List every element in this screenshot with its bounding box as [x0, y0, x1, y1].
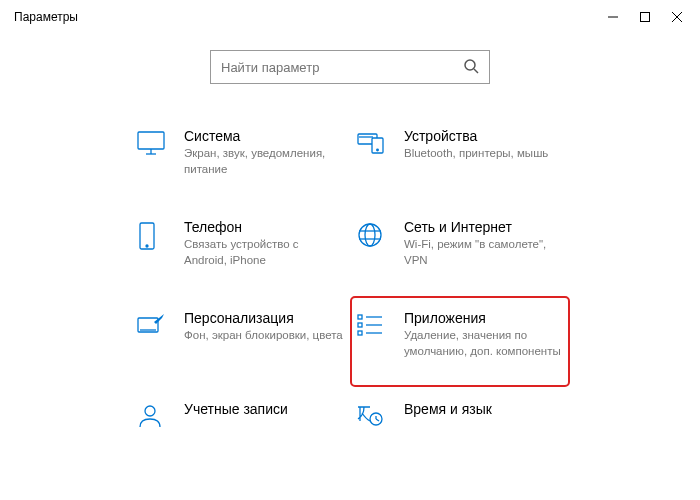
tile-phone[interactable]: Телефон Связать устройство с Android, iP… — [130, 205, 350, 296]
svg-rect-6 — [138, 132, 164, 149]
tile-personalization[interactable]: Персонализация Фон, экран блокировки, цв… — [130, 296, 350, 387]
tile-text: Учетные записи — [184, 401, 344, 419]
svg-rect-1 — [641, 13, 650, 22]
apps-icon — [356, 312, 388, 341]
personalization-icon — [136, 312, 168, 341]
svg-point-11 — [377, 149, 379, 151]
tile-text: Устройства Bluetooth, принтеры, мышь — [404, 128, 564, 162]
tile-title: Учетные записи — [184, 401, 344, 417]
tile-text: Приложения Удаление, значения по умолчан… — [404, 310, 564, 359]
tile-title: Приложения — [404, 310, 564, 326]
close-button[interactable] — [670, 10, 684, 24]
search-box[interactable] — [210, 50, 490, 84]
search-icon — [463, 58, 479, 77]
tile-text: Телефон Связать устройство с Android, iP… — [184, 219, 344, 268]
tile-text: Сеть и Интернет Wi-Fi, режим "в самолете… — [404, 219, 564, 268]
svg-point-14 — [146, 245, 148, 247]
tile-text: Персонализация Фон, экран блокировки, цв… — [184, 310, 344, 344]
search-input[interactable] — [221, 60, 463, 75]
svg-rect-23 — [358, 323, 362, 327]
window-controls — [606, 8, 690, 24]
svg-line-5 — [474, 69, 478, 73]
maximize-button[interactable] — [638, 10, 652, 24]
svg-line-30 — [376, 419, 379, 421]
svg-point-16 — [365, 224, 375, 246]
phone-icon — [136, 221, 168, 254]
accounts-icon — [136, 403, 168, 432]
titlebar: Параметры — [0, 0, 700, 32]
tile-accounts[interactable]: Учетные записи — [130, 387, 350, 460]
tile-title: Сеть и Интернет — [404, 219, 564, 235]
tile-title: Устройства — [404, 128, 564, 144]
svg-rect-21 — [358, 315, 362, 319]
tile-apps[interactable]: Приложения Удаление, значения по умолчан… — [350, 296, 570, 387]
tile-desc: Экран, звук, уведомления, питание — [184, 146, 344, 177]
tile-devices[interactable]: Устройства Bluetooth, принтеры, мышь — [350, 114, 570, 205]
tile-title: Телефон — [184, 219, 344, 235]
tile-text: Система Экран, звук, уведомления, питани… — [184, 128, 344, 177]
tile-title: Персонализация — [184, 310, 344, 326]
globe-icon — [356, 221, 388, 252]
svg-point-4 — [465, 60, 475, 70]
minimize-button[interactable] — [606, 10, 620, 24]
svg-point-27 — [145, 406, 155, 416]
window-title: Параметры — [14, 8, 78, 24]
tile-desc: Bluetooth, принтеры, мышь — [404, 146, 564, 162]
settings-grid: Система Экран, звук, уведомления, питани… — [0, 114, 700, 460]
svg-rect-25 — [358, 331, 362, 335]
tile-title: Система — [184, 128, 344, 144]
display-icon — [136, 130, 168, 159]
time-language-icon — [356, 403, 388, 432]
tile-time-language[interactable]: Время и язык — [350, 387, 570, 460]
tile-desc: Фон, экран блокировки, цвета — [184, 328, 344, 344]
tile-title: Время и язык — [404, 401, 564, 417]
tile-system[interactable]: Система Экран, звук, уведомления, питани… — [130, 114, 350, 205]
devices-icon — [356, 130, 388, 159]
svg-point-15 — [359, 224, 381, 246]
tile-desc: Связать устройство с Android, iPhone — [184, 237, 344, 268]
tile-desc: Wi-Fi, режим "в самолете", VPN — [404, 237, 564, 268]
tile-text: Время и язык — [404, 401, 564, 419]
tile-network[interactable]: Сеть и Интернет Wi-Fi, режим "в самолете… — [350, 205, 570, 296]
tile-desc: Удаление, значения по умолчанию, доп. ко… — [404, 328, 564, 359]
